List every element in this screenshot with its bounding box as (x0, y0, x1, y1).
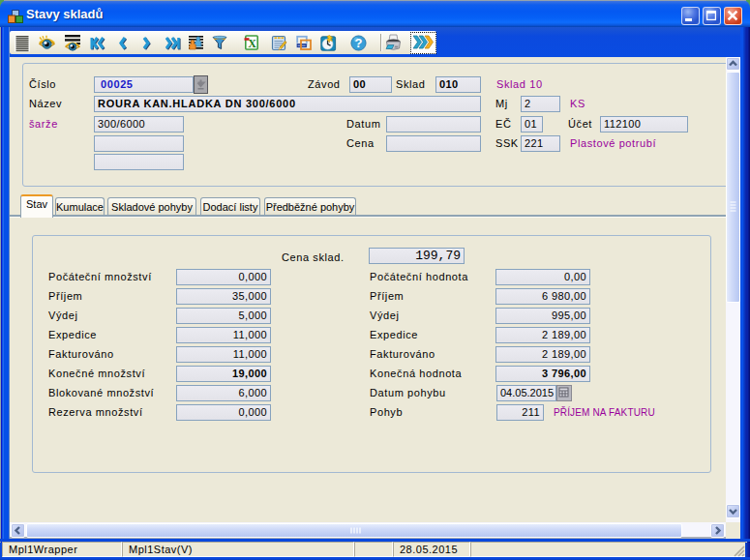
svg-text:X: X (248, 37, 256, 50)
svg-text:?: ? (355, 36, 363, 50)
